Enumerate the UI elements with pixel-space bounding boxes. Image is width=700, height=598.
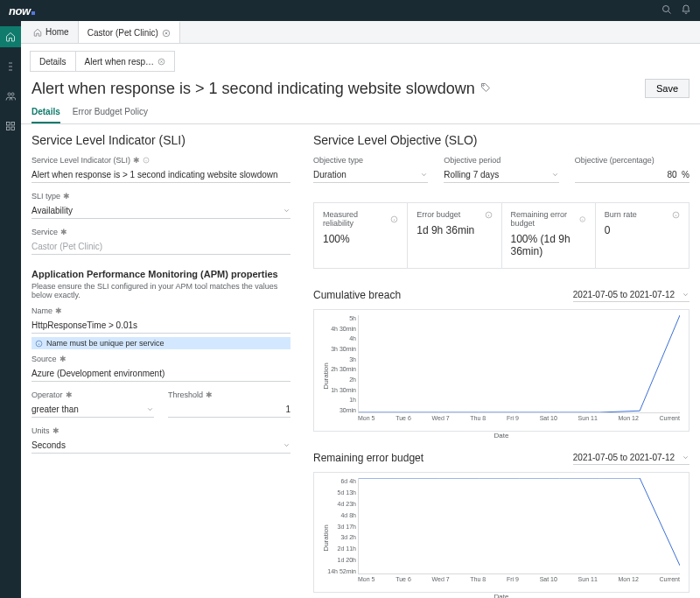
sli-service-value: Castor (Pet Clinic): [32, 239, 290, 255]
apm-name-input[interactable]: HttpResponseTime > 0.01s: [32, 318, 290, 334]
tab-home-label: Home: [46, 27, 69, 37]
apm-operator-select[interactable]: greater than: [32, 402, 154, 418]
logo: now: [9, 4, 35, 18]
save-button[interactable]: Save: [645, 79, 690, 98]
metric-remaining-label: Remaining error budget: [511, 210, 580, 228]
left-nav-rail: [0, 21, 21, 598]
metric-reliability-value: 100%: [323, 233, 398, 245]
slo-objpct-unit: %: [682, 170, 690, 179]
rail-item-4[interactable]: [0, 116, 21, 137]
caret-down-icon: [283, 441, 290, 449]
slo-section-title: Service Level Objective (SLO): [313, 133, 690, 147]
tab-castor[interactable]: Castor (Pet Clinic): [79, 21, 180, 43]
caret-down-icon: [420, 171, 428, 179]
svg-rect-4: [7, 123, 10, 126]
info-icon[interactable]: [672, 211, 680, 219]
apm-name-label: Name: [32, 306, 52, 315]
caret-down-icon: [682, 291, 690, 299]
info-icon[interactable]: [390, 215, 398, 223]
rail-home[interactable]: [0, 26, 21, 47]
slo-objpct-input[interactable]: 80 %: [575, 167, 690, 183]
chart1-range-select[interactable]: 2021-07-05 to 2021-07-12: [573, 288, 690, 302]
record-tabs: Details Alert when resp…: [30, 51, 175, 72]
chart2: Duration 6d 4h5d 13h4d 23h4d 8h3d 17h3d …: [313, 472, 690, 593]
slo-objpct-label: Objective (percentage): [575, 156, 654, 165]
apm-operator-value: greater than: [32, 405, 79, 414]
chart1-range-value: 2021-07-05 to 2021-07-12: [573, 290, 675, 299]
sectab-alert-label: Alert when resp…: [85, 57, 154, 67]
chart1-xlabel: Date: [494, 432, 509, 440]
apm-operator-label: Operator: [32, 390, 63, 399]
page-title: Alert when response is > 1 second indica…: [32, 80, 475, 98]
metric-errorbudget-label: Error budget: [416, 210, 460, 219]
svg-rect-7: [11, 127, 15, 130]
tab-home[interactable]: Home: [24, 21, 79, 43]
slo-objtype-select[interactable]: Duration: [313, 167, 428, 183]
metric-burn-value: 0: [605, 224, 680, 236]
metric-errorbudget-value: 1d 9h 36min: [416, 224, 492, 236]
metric-reliability-label: Measured reliability: [323, 210, 390, 228]
slo-objperiod-value: Rolling 7 days: [444, 170, 499, 179]
slo-objperiod-label: Objective period: [444, 156, 500, 165]
apm-units-select[interactable]: Seconds: [32, 438, 290, 454]
metric-remaining-value: 100% (1d 9h 36min): [511, 233, 586, 257]
innertab-error-budget-policy[interactable]: Error Budget Policy: [73, 102, 148, 123]
slo-objtype-value: Duration: [313, 170, 346, 179]
chart1: Duration 5h4h 30min4h3h 30min3h2h 30min2…: [313, 309, 690, 432]
rail-item-2[interactable]: [0, 56, 21, 77]
search-icon[interactable]: [662, 4, 672, 17]
sli-indicator-input[interactable]: Alert when response is > 1 second indica…: [32, 167, 290, 183]
apm-units-value: Seconds: [32, 440, 66, 450]
apm-threshold-label: Threshold: [168, 390, 203, 399]
sli-type-label: SLI type: [32, 192, 60, 201]
workspace-tabs: Home Castor (Pet Clinic): [21, 21, 700, 44]
slo-objtype-label: Objective type: [313, 156, 363, 165]
bell-icon[interactable]: [681, 4, 691, 17]
sli-type-value: Availability: [32, 206, 73, 215]
info-icon[interactable]: [485, 211, 493, 219]
svg-line-1: [668, 11, 671, 14]
svg-point-10: [483, 85, 485, 87]
sectab-alert[interactable]: Alert when resp…: [76, 52, 174, 71]
apm-units-label: Units: [32, 426, 50, 435]
chart2-range-value: 2021-07-05 to 2021-07-12: [573, 453, 675, 462]
caret-down-icon: [682, 454, 690, 461]
slo-metric-row: Measured reliability 100% Error budget 1…: [313, 202, 690, 269]
svg-point-3: [11, 93, 14, 95]
chart1-title: Cumulative breach: [313, 289, 401, 301]
svg-point-2: [8, 93, 10, 95]
tab-castor-label: Castor (Pet Clinic): [88, 28, 158, 38]
sli-type-select[interactable]: Availability: [32, 203, 290, 219]
apm-source-label: Source: [32, 355, 57, 363]
sectab-details[interactable]: Details: [31, 52, 76, 71]
topbar: now: [0, 0, 700, 21]
innertab-details[interactable]: Details: [32, 102, 60, 123]
apm-source-input[interactable]: Azure (Development environment): [32, 366, 290, 382]
info-icon: [35, 340, 43, 348]
info-icon[interactable]: [143, 157, 150, 164]
sli-service-label: Service: [32, 228, 58, 236]
close-icon[interactable]: [162, 29, 171, 38]
apm-threshold-input[interactable]: 1: [168, 402, 290, 418]
apm-section-title: Application Performance Monitoring (APM)…: [32, 269, 290, 279]
caret-down-icon: [283, 207, 290, 215]
apm-name-callout: Name must be unique per service: [32, 337, 290, 349]
chart2-xlabel: Date: [494, 593, 509, 598]
apm-section-desc: Please ensure the SLI configured in your…: [32, 282, 290, 299]
svg-rect-6: [7, 127, 10, 130]
chart2-title: Remaining error budget: [313, 452, 424, 464]
info-icon[interactable]: [579, 215, 586, 223]
sli-indicator-label: Service Level Indicator (SLI): [32, 156, 130, 165]
chart2-range-select[interactable]: 2021-07-05 to 2021-07-12: [573, 451, 690, 465]
svg-rect-5: [11, 123, 15, 126]
caret-down-icon: [146, 405, 154, 413]
sli-section-title: Service Level Indicator (SLI): [32, 133, 290, 147]
close-icon[interactable]: [158, 58, 165, 66]
metric-burn-label: Burn rate: [605, 210, 637, 219]
detail-tabs: Details Error Budget Policy: [21, 102, 700, 124]
slo-objpct-value: 80: [667, 170, 676, 179]
tag-icon[interactable]: [480, 82, 491, 95]
rail-item-3[interactable]: [0, 86, 21, 107]
sectab-details-label: Details: [39, 57, 66, 67]
slo-objperiod-select[interactable]: Rolling 7 days: [444, 167, 558, 183]
